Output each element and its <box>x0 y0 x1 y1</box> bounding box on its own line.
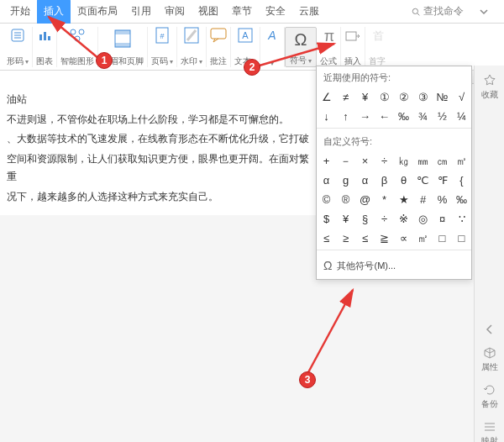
ribbon-insert-obj[interactable]: 插入 <box>341 27 365 67</box>
recent-symbols-title: 近期使用的符号: <box>317 66 471 87</box>
symbol-cell[interactable]: － <box>336 151 355 171</box>
symbol-cell[interactable]: ÷ <box>375 151 394 171</box>
symbol-cell[interactable]: √ <box>452 87 471 107</box>
symbol-cell[interactable]: □ <box>433 229 452 248</box>
symbol-dropdown-panel: 近期使用的符号: ∠≠¥①②③№√↓↑→←‰¾½¼ 自定义符号: +－×÷㎏㎜㎝… <box>316 66 472 280</box>
rail-map[interactable]: 映射 <box>481 420 498 442</box>
symbol-cell[interactable]: ※ <box>394 209 413 229</box>
annotation-badge-3: 3 <box>299 371 316 388</box>
ribbon-dropcap[interactable]: 首 首字 <box>365 27 389 67</box>
symbol-cell[interactable]: % <box>433 190 452 209</box>
tab-cloud[interactable]: 云服 <box>292 0 326 24</box>
rail-backup[interactable]: 备份 <box>481 383 498 410</box>
symbol-cell[interactable]: ≧ <box>375 229 394 248</box>
symbol-cell[interactable]: + <box>317 151 336 171</box>
symbol-cell[interactable]: ½ <box>433 107 452 126</box>
tab-view[interactable]: 视图 <box>192 0 225 24</box>
symbol-cell[interactable]: ↑ <box>336 107 355 126</box>
symbol-cell[interactable]: g <box>336 171 355 190</box>
svg-text:π: π <box>324 28 334 45</box>
symbol-cell[interactable]: ¾ <box>413 107 433 126</box>
tab-chapter[interactable]: 章节 <box>225 0 259 24</box>
ribbon-textbox[interactable]: A 文本▾ <box>231 27 260 67</box>
symbol-cell[interactable]: ≥ <box>336 229 355 248</box>
symbol-cell[interactable]: ® <box>336 190 355 209</box>
tab-security[interactable]: 安全 <box>259 0 292 24</box>
symbol-cell[interactable]: ∝ <box>394 229 413 248</box>
symbol-cell[interactable]: ↓ <box>317 107 336 126</box>
symbol-cell[interactable]: § <box>355 209 375 229</box>
ribbon-formula[interactable]: π 公式 <box>317 27 341 67</box>
tab-review[interactable]: 审阅 <box>158 0 192 24</box>
tab-insert[interactable]: 插入 <box>37 0 71 24</box>
symbol-cell[interactable]: ¥ <box>336 209 355 229</box>
svg-text:#: # <box>160 32 164 40</box>
rail-favorite[interactable]: 收藏 <box>481 74 498 101</box>
symbol-cell[interactable]: ‰ <box>452 190 471 209</box>
symbol-cell[interactable]: © <box>317 190 336 209</box>
symbol-cell[interactable]: × <box>355 151 375 171</box>
symbol-cell[interactable]: ★ <box>394 190 413 209</box>
tab-page-layout[interactable]: 页面布局 <box>71 0 124 24</box>
symbol-cell[interactable]: ② <box>394 87 413 107</box>
symbol-cell[interactable]: ◎ <box>413 209 433 229</box>
caret-icon[interactable] <box>479 7 489 17</box>
symbol-cell[interactable]: @ <box>355 190 375 209</box>
symbol-cell[interactable]: ㎏ <box>394 151 413 171</box>
ribbon-header-footer[interactable]: 页眉和页脚 <box>98 27 148 67</box>
svg-rect-19 <box>211 29 226 39</box>
tab-start[interactable]: 开始 <box>3 0 37 24</box>
symbol-cell[interactable]: ≠ <box>336 87 355 107</box>
ribbon-symbol[interactable]: Ω 符号▾ <box>285 27 317 67</box>
symbol-cell[interactable]: ← <box>375 107 394 126</box>
omega-icon: Ω <box>323 259 332 272</box>
symbol-cell[interactable]: ∠ <box>317 87 336 107</box>
rail-props[interactable]: 属性 <box>481 346 498 373</box>
symbol-cell[interactable]: θ <box>394 171 413 190</box>
symbol-cell[interactable]: ≤ <box>317 229 336 248</box>
symbol-cell[interactable]: $ <box>317 209 336 229</box>
ribbon-chart[interactable]: 图表 <box>33 27 57 67</box>
symbol-cell[interactable]: ÷ <box>375 209 394 229</box>
symbol-cell[interactable]: α <box>317 171 336 190</box>
svg-text:A: A <box>267 29 276 42</box>
symbol-cell[interactable]: ≤ <box>355 229 375 248</box>
ribbon-smart-shape[interactable]: 智能图形 <box>57 27 98 67</box>
symbol-cell[interactable]: ℃ <box>413 171 433 190</box>
symbol-cell[interactable]: → <box>355 107 375 126</box>
symbol-cell[interactable]: ③ <box>413 87 433 107</box>
more-symbols-button[interactable]: Ω 其他符号(M)... <box>317 252 471 279</box>
cube-icon <box>483 346 496 360</box>
symbol-cell[interactable]: ‰ <box>394 107 413 126</box>
symbol-cell[interactable]: ∵ <box>452 209 471 229</box>
symbol-cell[interactable]: № <box>433 87 452 107</box>
symbol-cell[interactable]: ¥ <box>355 87 375 107</box>
symbol-cell[interactable]: ㎡ <box>413 229 433 248</box>
document-body[interactable]: 油站 不进则退，不管你处在职场上什么阶段，学习都是不可懈怠的。 、大数据等技术的… <box>0 71 319 215</box>
symbol-cell[interactable]: # <box>413 190 433 209</box>
symbol-cell[interactable]: ㎝ <box>433 151 452 171</box>
symbol-cell[interactable]: * <box>375 190 394 209</box>
tab-references[interactable]: 引用 <box>124 0 158 24</box>
symbol-cell[interactable]: ¼ <box>452 107 471 126</box>
ribbon-comment[interactable]: 批注 <box>207 27 231 67</box>
ribbon-shape-code[interactable]: 形码▾ <box>3 27 33 67</box>
symbol-cell[interactable]: ¤ <box>433 209 452 229</box>
svg-rect-6 <box>39 34 42 40</box>
svg-text:A: A <box>242 30 249 40</box>
symbol-cell[interactable]: ㎜ <box>413 151 433 171</box>
command-search-placeholder: 查找命令 <box>423 4 464 18</box>
ribbon-watermark[interactable]: 水印▾ <box>177 27 207 67</box>
rail-expand[interactable] <box>483 323 496 336</box>
symbol-cell[interactable]: ℉ <box>433 171 452 190</box>
symbol-cell[interactable]: { <box>452 171 471 190</box>
symbol-cell[interactable]: ㎡ <box>452 151 471 171</box>
ribbon: 形码▾ 图表 智能图形 页眉和页脚 # 页码▾ 水印▾ 批注 A 文本▾ A ▾… <box>0 24 504 71</box>
symbol-cell[interactable]: β <box>375 171 394 190</box>
symbol-cell[interactable]: ① <box>375 87 394 107</box>
command-search[interactable]: 查找命令 <box>412 4 470 18</box>
ribbon-page-number[interactable]: # 页码▾ <box>148 27 177 67</box>
symbol-cell[interactable]: α <box>355 171 375 190</box>
symbol-cell[interactable]: □ <box>452 229 471 248</box>
ribbon-art[interactable]: A ▾ <box>260 27 285 67</box>
